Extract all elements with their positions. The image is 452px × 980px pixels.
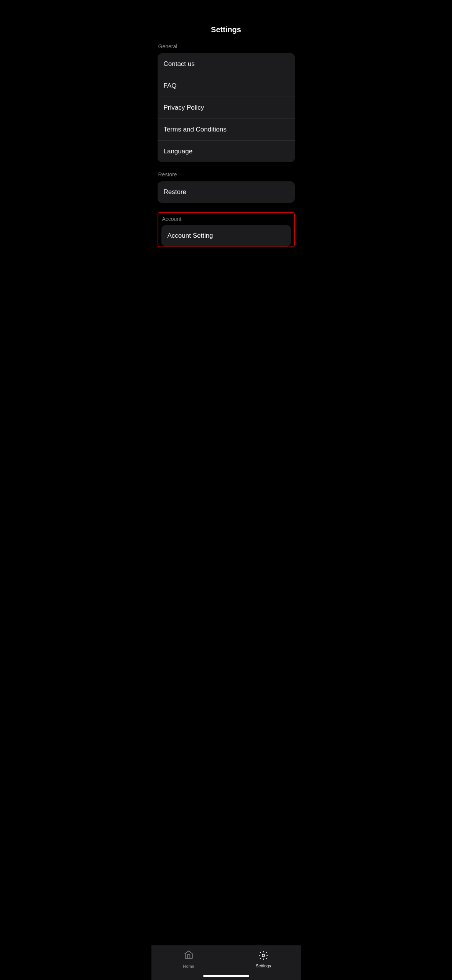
menu-item-language[interactable]: Language xyxy=(158,141,295,162)
menu-item-terms-and-conditions[interactable]: Terms and Conditions xyxy=(158,119,295,141)
restore-section: Restore Restore xyxy=(151,171,301,203)
account-section-label: Account xyxy=(161,216,291,222)
menu-item-restore[interactable]: Restore xyxy=(158,181,295,203)
menu-item-account-setting[interactable]: Account Setting xyxy=(161,225,291,247)
general-section-label: General xyxy=(158,43,295,49)
menu-item-contact-us[interactable]: Contact us xyxy=(158,53,295,75)
menu-item-faq[interactable]: FAQ xyxy=(158,75,295,97)
account-section-wrapper: Account Account Setting xyxy=(151,212,301,247)
status-bar xyxy=(151,0,301,19)
account-highlight-box: Account Account Setting xyxy=(158,212,295,247)
restore-section-label: Restore xyxy=(158,171,295,178)
restore-menu-list: Restore xyxy=(158,181,295,203)
page-title: Settings xyxy=(151,19,301,43)
general-section: General Contact us FAQ Privacy Policy Te… xyxy=(151,43,301,162)
menu-item-privacy-policy[interactable]: Privacy Policy xyxy=(158,97,295,119)
account-menu-list: Account Setting xyxy=(161,225,291,247)
general-menu-list: Contact us FAQ Privacy Policy Terms and … xyxy=(158,53,295,162)
